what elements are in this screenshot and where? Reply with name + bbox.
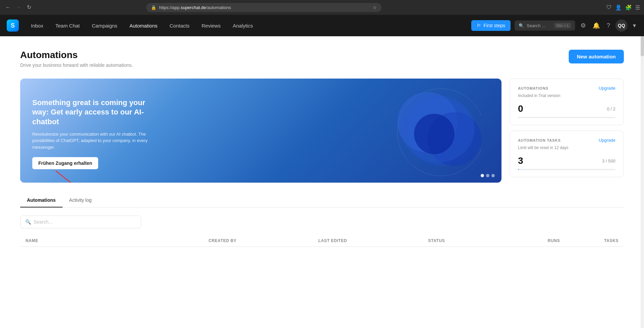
hero-decoration xyxy=(374,85,481,179)
page-subtitle: Drive your business forward with reliabl… xyxy=(20,62,133,68)
forward-button[interactable]: → xyxy=(15,3,23,11)
nav-search-box[interactable]: 🔍 Search ... Win + L xyxy=(515,20,575,31)
nav-reviews[interactable]: Reviews xyxy=(196,20,226,31)
nav-automations[interactable]: Automations xyxy=(124,20,163,31)
avatar-button[interactable]: QQ xyxy=(615,19,628,32)
hero-content: Something great is coming your way: Get … xyxy=(32,98,160,169)
tasks-max: 3 / 500 xyxy=(602,158,615,163)
tab-activity-log[interactable]: Activity log xyxy=(63,193,98,207)
tasks-upgrade-link[interactable]: Upgrade xyxy=(599,138,615,143)
content-layout: Something great is coming your way: Get … xyxy=(20,79,624,183)
nav-right: 🏳 First steps 🔍 Search ... Win + L ⚙ 🔔 ?… xyxy=(471,19,637,32)
red-arrow-annotation xyxy=(52,169,106,183)
table-search-placeholder: Search... xyxy=(34,219,52,225)
automations-upgrade-link[interactable]: Upgrade xyxy=(599,86,615,91)
tasks-stats-card: AUTOMATION TASKS Upgrade Limit will be r… xyxy=(510,131,624,177)
nav-campaigns[interactable]: Campaigns xyxy=(86,20,123,31)
automations-stats-card: AUTOMATIONS Upgrade Included in Trial ve… xyxy=(510,79,624,125)
hero-description: Revolutionize your communication with ou… xyxy=(32,131,160,151)
table-search-icon: 🔍 xyxy=(25,219,31,225)
tasks-count: 3 xyxy=(518,155,523,166)
menu-icon: ☰ xyxy=(635,4,640,11)
col-header-name: Name xyxy=(26,238,208,243)
browser-icons: 🛡 👤 🧩 ☰ xyxy=(606,4,640,11)
hero-banner: Something great is coming your way: Get … xyxy=(20,79,501,183)
reload-button[interactable]: ↻ xyxy=(26,3,33,11)
hero-dots xyxy=(481,174,495,177)
search-shortcut: Win + L xyxy=(554,23,571,28)
extensions-icon: 🧩 xyxy=(625,4,632,11)
bookmark-icon: ☆ xyxy=(373,5,377,10)
page-header: Automations Drive your business forward … xyxy=(20,50,624,68)
page-title-group: Automations Drive your business forward … xyxy=(20,50,133,68)
first-steps-button[interactable]: 🏳 First steps xyxy=(471,20,511,31)
hero-dot-3 xyxy=(491,174,495,177)
address-bar[interactable]: 🔒 https://app.superchat.de/automations ☆ xyxy=(146,3,381,12)
nav-analytics[interactable]: Analytics xyxy=(227,20,258,31)
tasks-count-row: 3 3 / 500 xyxy=(518,155,615,166)
hero-dot-2 xyxy=(486,174,489,177)
search-row: 🔍 Search... xyxy=(20,216,624,228)
table-search-input[interactable]: 🔍 Search... xyxy=(20,216,141,228)
settings-button[interactable]: ⚙ xyxy=(579,20,587,31)
app-nav: S Inbox Team Chat Campaigns Automations … xyxy=(0,15,644,36)
search-icon: 🔍 xyxy=(519,23,524,28)
notifications-button[interactable]: 🔔 xyxy=(591,20,601,31)
tab-automations[interactable]: Automations xyxy=(20,193,63,207)
tasks-progress-bar xyxy=(518,169,615,170)
page-title: Automations xyxy=(20,50,133,60)
flag-icon: 🏳 xyxy=(477,23,481,28)
tasks-card-header: AUTOMATION TASKS Upgrade xyxy=(518,138,615,143)
main-content: Automations Drive your business forward … xyxy=(0,36,644,328)
new-automation-button[interactable]: New automation xyxy=(569,50,624,63)
sidebar-cards: AUTOMATIONS Upgrade Included in Trial ve… xyxy=(510,79,624,183)
nav-contacts[interactable]: Contacts xyxy=(164,20,195,31)
svg-line-7 xyxy=(56,171,96,183)
url-text: https://app.superchat.de/automations xyxy=(159,5,231,10)
col-header-edited: Last edited xyxy=(318,238,428,243)
tasks-progress-fill xyxy=(518,169,519,170)
svg-point-5 xyxy=(414,114,454,154)
profile-icon: 👤 xyxy=(615,4,622,11)
col-header-runs: Runs xyxy=(501,238,560,243)
shield-icon: 🛡 xyxy=(606,4,612,10)
hero-title: Something great is coming your way: Get … xyxy=(32,98,160,127)
scrollbar-thumb[interactable] xyxy=(641,36,644,56)
col-header-created: Created by xyxy=(208,238,318,243)
automations-card-label: AUTOMATIONS xyxy=(518,86,549,90)
nav-team-chat[interactable]: Team Chat xyxy=(50,20,85,31)
dropdown-chevron[interactable]: ▾ xyxy=(632,20,637,31)
col-header-status: Status xyxy=(428,238,501,243)
back-button[interactable]: ← xyxy=(4,3,12,11)
app-logo: S xyxy=(7,19,19,32)
security-icon: 🔒 xyxy=(151,5,156,10)
tasks-card-label: AUTOMATION TASKS xyxy=(518,138,561,142)
tabs-row: Automations Activity log xyxy=(20,193,624,207)
automations-progress-bar xyxy=(518,117,615,118)
browser-chrome: ← → ↻ 🔒 https://app.superchat.de/automat… xyxy=(0,0,644,15)
automations-card-header: AUTOMATIONS Upgrade xyxy=(518,86,615,91)
hero-dot-1 xyxy=(481,174,484,177)
help-button[interactable]: ? xyxy=(605,21,611,31)
automations-card-sublabel: Included in Trial version xyxy=(518,93,615,98)
table-header: Name Created by Last edited Status Runs … xyxy=(20,235,624,247)
nav-inbox[interactable]: Inbox xyxy=(26,20,49,31)
automations-count: 0 xyxy=(518,103,523,114)
tasks-card-sublabel: Limit will be reset in 12 days xyxy=(518,145,615,150)
hero-cta-button[interactable]: Frühen Zugang erhalten xyxy=(32,157,98,169)
col-header-tasks: Tasks xyxy=(560,238,618,243)
automations-max: 0 / 2 xyxy=(607,106,615,111)
scrollbar[interactable] xyxy=(641,36,644,328)
automations-count-row: 0 0 / 2 xyxy=(518,103,615,114)
